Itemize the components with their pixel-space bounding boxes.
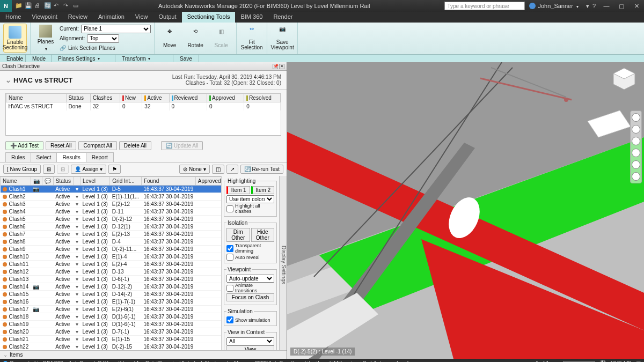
walk-icon[interactable]	[632, 172, 640, 181]
ribbon-group-transform[interactable]: Transform ▾	[115, 55, 173, 62]
isolate-icon-button[interactable]: ◫	[212, 165, 224, 174]
search-input[interactable]: Type a keyword or phrase	[444, 2, 525, 10]
clash-row[interactable]: Clash20Active▾Level 1 (3)D-7(-1)16:43:37…	[1, 328, 222, 336]
current-plane-select[interactable]: Plane 1	[81, 25, 151, 33]
delete-all-button[interactable]: Delete All	[119, 141, 151, 150]
tab-output[interactable]: Output	[153, 12, 182, 23]
link-section-planes[interactable]: 🔗Link Section Planes	[60, 44, 151, 53]
fit-selection-button[interactable]: ⇔Fit Selection	[240, 24, 264, 53]
minimize-button[interactable]: —	[599, 0, 614, 12]
save-icon[interactable]: 💾	[25, 2, 32, 10]
focus-on-clash-button[interactable]: Focus on Clash	[226, 293, 274, 301]
clash-row[interactable]: Clash3Active▾Level 1 (3)E(2)-1216:43:37 …	[1, 201, 222, 208]
highlight-mode-select[interactable]: Use item colors	[226, 195, 274, 203]
item1-button[interactable]: Item 1	[226, 186, 250, 194]
clash-row[interactable]: Clash10Active▾Level 1 (3)E(1)-416:43:37 …	[1, 253, 222, 261]
maximize-button[interactable]: ▢	[614, 0, 629, 12]
last-page-icon[interactable]: ⏭	[553, 360, 559, 363]
transparent-dimming-checkbox[interactable]	[226, 245, 233, 252]
first-page-icon[interactable]: ⏮	[526, 360, 531, 363]
clash-row[interactable]: Clash12Active▾Level 1 (3)D-1316:43:37 30…	[1, 268, 222, 276]
clash-row[interactable]: Clash9Active▾Level 1 (3)D(-2)-11...16:43…	[1, 246, 222, 253]
subtab-report[interactable]: Report	[86, 152, 114, 162]
print-icon[interactable]: 🖨	[34, 2, 42, 10]
group-icon-button[interactable]: ⊞	[43, 165, 55, 174]
3d-viewport[interactable]: D(-2)-5(2) : Level -1 (14)	[287, 62, 644, 359]
zoom-icon[interactable]	[632, 137, 640, 145]
app-logo[interactable]: N	[0, 0, 12, 12]
reset-all-button[interactable]: Reset All	[46, 141, 76, 150]
orbit-icon[interactable]	[632, 149, 640, 157]
tab-view[interactable]: View	[130, 12, 153, 23]
clash-row[interactable]: Clash19Active▾Level 1 (3)D(1)-6(-1)16:43…	[1, 321, 222, 328]
clash-row[interactable]: Clash17📷Active▾Level 1 (3)E(2)-6(1)16:43…	[1, 306, 222, 313]
tab-render[interactable]: Render	[268, 12, 298, 23]
assign-button[interactable]: 👤 Assign ▾	[71, 165, 106, 174]
clash-row[interactable]: Clash14📷Active▾Level 1 (3)D-12(-2)16:43:…	[1, 283, 222, 291]
enable-sectioning-button[interactable]: Enable Sectioning	[3, 24, 27, 53]
scale-button[interactable]: ◧Scale	[209, 24, 233, 53]
add-test-button[interactable]: ➕ Add Test	[5, 141, 43, 150]
compact-all-button[interactable]: Compact All	[78, 141, 116, 150]
clash-row[interactable]: Clash5Active▾Level 1 (3)D(-2)-1216:43:37…	[1, 216, 222, 223]
planes-button[interactable]: Planes	[34, 24, 57, 53]
save-viewpoint-button[interactable]: 📷Save Viewpoint	[270, 24, 294, 53]
tab-viewpoint[interactable]: Viewpoint	[26, 12, 63, 23]
viewpoint-mode-select[interactable]: Auto-update	[226, 275, 274, 283]
tab-home[interactable]: Home	[0, 12, 26, 23]
clash-row[interactable]: Clash7Active▾Level 1 (3)E(2)-1316:43:37 …	[1, 231, 222, 238]
clash-row[interactable]: Clash2Active▾Level 1 (3)E(1)-11(1...16:4…	[1, 193, 222, 201]
panel-close-icon[interactable]: ✕	[279, 64, 284, 69]
ribbon-group-save[interactable]: Save	[173, 55, 199, 62]
grid-icon[interactable]: ▦	[636, 360, 641, 363]
show-simulation-checkbox[interactable]	[226, 316, 233, 323]
item2-button[interactable]: Item 2	[251, 186, 275, 194]
refresh-icon[interactable]: 🔄	[44, 2, 52, 10]
clash-row[interactable]: Clash13Active▾Level 1 (3)D-6(-1)16:43:37…	[1, 276, 222, 283]
move-button[interactable]: ✥Move	[158, 24, 181, 53]
clash-results-grid[interactable]: Name📷💬StatusLevelGrid Int...FoundApprove…	[0, 176, 221, 350]
view-context-button[interactable]: View	[226, 345, 274, 350]
hide-other-button[interactable]: Hide Other	[251, 228, 275, 242]
look-icon[interactable]	[632, 160, 640, 169]
subtab-rules[interactable]: Rules	[5, 152, 31, 162]
clash-row[interactable]: Clash18Active▾Level 1 (3)D(1)-6(-1)16:43…	[1, 313, 222, 321]
clash-row[interactable]: Clash4Active▾Level 1 (3)D-1116:43:37 30-…	[1, 208, 222, 216]
clash-row[interactable]: Clash15Active▾Level 1 (3)D-14(-2)16:43:3…	[1, 291, 222, 298]
new-group-button[interactable]: [ New Group	[3, 165, 41, 174]
tab-review[interactable]: Review	[63, 12, 93, 23]
bim360-status[interactable]: Connected to BIM 360	[3, 360, 63, 363]
user-menu[interactable]: John_Sanner	[525, 3, 582, 9]
select-icon[interactable]: ▭	[73, 2, 80, 10]
tab-sectioning-tools[interactable]: Sectioning Tools	[182, 12, 236, 23]
none-filter-button[interactable]: ⊘ None ▾	[179, 165, 209, 174]
subtab-select[interactable]: Select	[31, 152, 57, 162]
dim-other-button[interactable]: Dim Other	[226, 228, 250, 242]
filter-icon-button[interactable]: ⚑	[108, 165, 121, 174]
clash-row[interactable]: Clash1📷Active▾Level 1 (3)D-516:43:37 30-…	[1, 186, 222, 193]
clash-row[interactable]: Clash6Active▾Level 1 (3)D-12(1)16:43:37 …	[1, 223, 222, 231]
auto-reveal-checkbox[interactable]	[226, 254, 233, 261]
clash-row[interactable]: Clash16Active▾Level 1 (3)E(1)-7(-1)16:43…	[1, 298, 222, 306]
open-icon[interactable]: 📁	[15, 2, 23, 10]
clash-row[interactable]: Clash21Active▾Level 1 (3)E(1)-1516:43:37…	[1, 336, 222, 343]
subtab-results[interactable]: Results	[56, 152, 86, 162]
pan-icon[interactable]	[632, 125, 640, 134]
rerun-test-button[interactable]: 🔄 Re-run Test	[240, 165, 283, 174]
clash-row[interactable]: Clash22Active▾Level 1 (3)D(-2)-1516:43:3…	[1, 343, 222, 351]
clash-row[interactable]: Clash8Active▾Level 1 (3)D-416:43:37 30-0…	[1, 238, 222, 246]
export-icon-button[interactable]: ↗	[226, 165, 238, 174]
ribbon-group-planes-settings[interactable]: Planes Settings ▾	[52, 55, 115, 62]
ribbon-toggle-icon[interactable]: ▾	[586, 3, 589, 10]
steering-wheel-icon[interactable]	[632, 113, 640, 122]
tab-bim-360[interactable]: BIM 360	[235, 12, 268, 23]
help-icon[interactable]: ?	[592, 3, 596, 10]
clash-row[interactable]: Clash11Active▾Level 1 (3)E(2)-416:43:37 …	[1, 261, 222, 268]
display-settings-tab[interactable]: Display Settings	[279, 176, 287, 350]
view-context-select[interactable]: All	[226, 337, 274, 345]
animate-transitions-checkbox[interactable]	[226, 285, 233, 292]
tab-animation[interactable]: Animation	[93, 12, 130, 23]
ribbon-group-enable[interactable]: Enable	[0, 55, 26, 62]
undo-icon[interactable]: ↶	[54, 2, 61, 10]
items-bar[interactable]: ⌄Items	[0, 350, 287, 359]
